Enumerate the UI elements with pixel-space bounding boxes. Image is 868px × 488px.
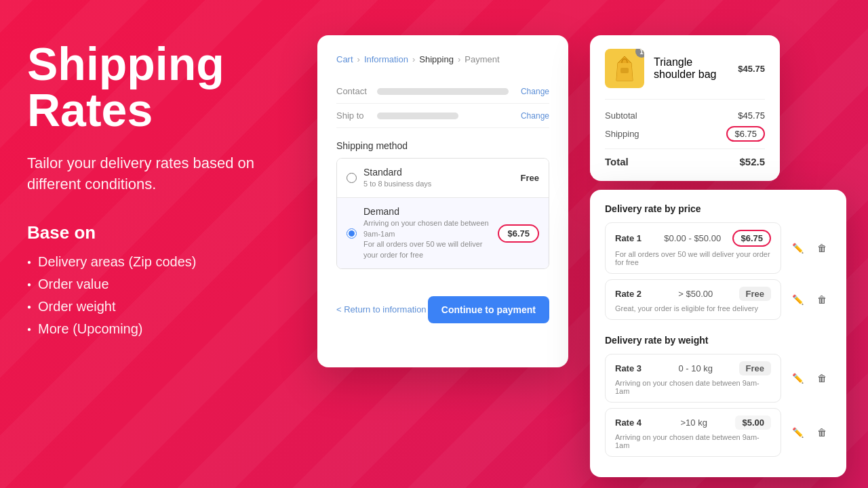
list-item: More (Upcoming)	[27, 321, 285, 337]
rate4-edit-button[interactable]: ✏️	[788, 423, 807, 442]
rate3-desc: Arriving on your chosen date between 9am…	[615, 379, 771, 395]
left-panel: Shipping Rates Tailor your delivery rate…	[27, 41, 285, 344]
rate1-wrapper: Rate 1 $0.00 - $50.00 $6.75 For all orde…	[605, 222, 831, 274]
breadcrumb-sep2: ›	[412, 54, 415, 64]
rate3-price: Free	[739, 361, 771, 375]
base-on-heading: Base on	[27, 222, 285, 243]
rate2-top: Rate 2 > $50.00 Free	[615, 287, 771, 301]
rate1-row: Rate 1 $0.00 - $50.00 $6.75 For all orde…	[605, 222, 781, 274]
method-standard-name: Standard	[363, 167, 521, 178]
return-link[interactable]: < Return to information	[336, 304, 427, 314]
rate4-price: $5.00	[735, 415, 771, 430]
rate4-wrapper: Rate 4 >10 kg $5.00 Arriving on your cho…	[605, 408, 831, 457]
total-value: $52.5	[739, 156, 765, 167]
rate4-desc: Arriving on your chosen date between 9am…	[615, 433, 771, 449]
shipping-row: Shipping $6.75	[605, 126, 765, 142]
rate2-delete-button[interactable]: 🗑	[812, 290, 831, 309]
breadcrumb-shipping: Shipping	[419, 54, 454, 64]
subtotal-value: $45.75	[738, 110, 765, 121]
rate4-top: Rate 4 >10 kg $5.00	[615, 415, 771, 430]
rate2-desc: Great, your order is eligible for free d…	[615, 304, 771, 312]
method-standard-info: Standard 5 to 8 business days	[363, 167, 521, 189]
contact-change-link[interactable]: Change	[521, 87, 549, 96]
product-image: 1	[605, 49, 644, 88]
rate1-name: Rate 1	[615, 233, 652, 243]
ship-to-row: Ship to Change	[336, 104, 549, 128]
method-standard-radio[interactable]	[347, 173, 357, 183]
list-item: Order value	[27, 277, 285, 292]
subtotal-label: Subtotal	[605, 110, 637, 121]
rate2-row: Rate 2 > $50.00 Free Great, your order i…	[605, 279, 781, 320]
rate4-range: >10 kg	[652, 418, 735, 428]
rate2-wrapper: Rate 2 > $50.00 Free Great, your order i…	[605, 279, 831, 320]
method-standard[interactable]: Standard 5 to 8 business days Free	[337, 159, 549, 197]
rate1-actions: ✏️ 🗑	[788, 239, 831, 258]
rate3-actions: ✏️ 🗑	[788, 369, 831, 388]
method-demand[interactable]: Demand Arriving on your chosen date betw…	[337, 197, 549, 268]
main-title: Shipping Rates	[27, 41, 285, 133]
total-label: Total	[605, 156, 629, 167]
ship-to-label: Ship to	[336, 110, 377, 121]
order-item-name: Triangle shoulder bag	[654, 56, 728, 81]
rate3-delete-button[interactable]: 🗑	[812, 369, 831, 388]
subtotal-row: Subtotal $45.75	[605, 110, 765, 121]
breadcrumb: Cart › Information › Shipping › Payment	[336, 54, 549, 64]
list-item: Order weight	[27, 299, 285, 314]
method-standard-desc: 5 to 8 business days	[363, 179, 521, 189]
rate3-top: Rate 3 0 - 10 kg Free	[615, 361, 771, 375]
rate1-edit-button[interactable]: ✏️	[788, 239, 807, 258]
rate3-wrapper: Rate 3 0 - 10 kg Free Arriving on your c…	[605, 354, 831, 403]
rate3-range: 0 - 10 kg	[652, 363, 739, 373]
method-options: Standard 5 to 8 business days Free Deman…	[336, 158, 549, 269]
checkout-card: Cart › Information › Shipping › Payment …	[317, 35, 568, 367]
rate1-desc: For all orders over 50 we will deliver y…	[615, 250, 771, 266]
rate1-delete-button[interactable]: 🗑	[812, 239, 831, 258]
delivery-rates-card: Delivery rate by price Rate 1 $0.00 - $5…	[590, 190, 846, 477]
total-final-row: Total $52.5	[605, 156, 765, 167]
svg-rect-0	[620, 68, 629, 73]
breadcrumb-payment: Payment	[465, 54, 499, 64]
list-item: Delivery areas (Zip codes)	[27, 254, 285, 270]
subtitle: Tailor your delivery rates based on diff…	[27, 153, 285, 195]
contact-label: Contact	[336, 86, 377, 96]
order-item-price: $45.75	[738, 64, 765, 74]
rate4-actions: ✏️ 🗑	[788, 423, 831, 442]
shipping-label: Shipping	[605, 129, 639, 139]
rate4-name: Rate 4	[615, 418, 652, 428]
rate1-price: $6.75	[732, 230, 771, 247]
ship-to-change-link[interactable]: Change	[521, 111, 549, 121]
shipping-method-title: Shipping method	[336, 140, 549, 151]
method-demand-radio[interactable]	[347, 228, 357, 239]
rate2-edit-button[interactable]: ✏️	[788, 290, 807, 309]
order-item: 1 Triangle shoulder bag $45.75	[605, 49, 765, 100]
method-demand-info: Demand Arriving on your chosen date betw…	[363, 206, 498, 260]
continue-button[interactable]: Continue to payment	[428, 296, 549, 323]
order-totals: Subtotal $45.75 Shipping $6.75 Total $52…	[605, 110, 765, 167]
breadcrumb-cart[interactable]: Cart	[336, 54, 353, 64]
base-on-list: Delivery areas (Zip codes) Order value O…	[27, 254, 285, 337]
rate1-range: $0.00 - $50.00	[652, 233, 732, 243]
shipping-value: $6.75	[726, 126, 765, 142]
by-weight-title: Delivery rate by weight	[605, 335, 831, 346]
bag-icon	[612, 54, 637, 83]
contact-value-bar	[377, 88, 509, 95]
method-demand-name: Demand	[363, 206, 498, 217]
method-demand-desc: Arriving on your chosen date between 9am…	[363, 218, 498, 260]
rate2-price: Free	[739, 287, 771, 301]
rate3-row: Rate 3 0 - 10 kg Free Arriving on your c…	[605, 354, 781, 403]
breadcrumb-sep3: ›	[458, 54, 460, 64]
checkout-actions: < Return to information Continue to paym…	[317, 285, 568, 334]
method-standard-price: Free	[521, 173, 539, 183]
rate1-top: Rate 1 $0.00 - $50.00 $6.75	[615, 230, 771, 247]
breadcrumb-sep1: ›	[357, 54, 360, 64]
rate2-actions: ✏️ 🗑	[788, 290, 831, 309]
order-summary-card: 1 Triangle shoulder bag $45.75 Subtotal …	[590, 35, 780, 181]
rate4-row: Rate 4 >10 kg $5.00 Arriving on your cho…	[605, 408, 781, 457]
rate4-delete-button[interactable]: 🗑	[812, 423, 831, 442]
rate3-name: Rate 3	[615, 363, 652, 373]
rate3-edit-button[interactable]: ✏️	[788, 369, 807, 388]
method-demand-price: $6.75	[498, 224, 539, 243]
total-divider	[605, 148, 765, 149]
ship-to-value-bar	[377, 113, 458, 119]
breadcrumb-information[interactable]: Information	[364, 54, 408, 64]
